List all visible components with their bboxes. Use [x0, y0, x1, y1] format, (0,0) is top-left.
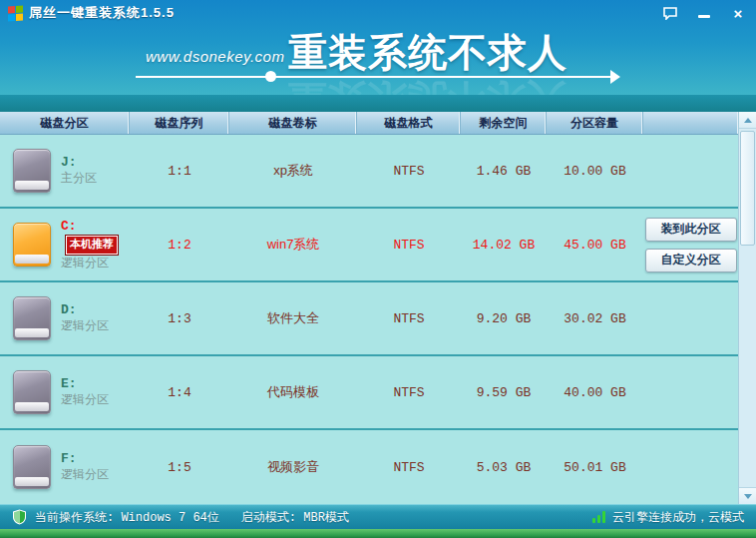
custom-partition-button[interactable]: 自定义分区 [645, 249, 737, 272]
header-banner: 屌丝一键重装系统1.5.5 × www.dsonekey.com 重装系统不求人… [0, 0, 756, 95]
header-disk-label: 磁盘卷标 [229, 112, 357, 134]
header-disk-partition: 磁盘分区 [0, 112, 130, 134]
table-row-c[interactable]: C:本机推荐 逻辑分区 1:2 win7系统 NTFS 14.02 GB 45.… [0, 209, 738, 282]
table-header: 磁盘分区 磁盘序列 磁盘卷标 磁盘格式 剩余空间 分区容量 [0, 112, 738, 135]
capacity: 30.02 GB [547, 311, 643, 326]
status-bar: 当前操作系统: Windows 7 64位 启动模式: MBR模式 云引擎连接成… [0, 504, 756, 529]
drive-letter: J: [61, 155, 97, 171]
free-space: 1.46 GB [461, 164, 547, 179]
volume-label: win7系统 [229, 236, 357, 254]
disk-format: NTFS [357, 311, 461, 326]
partition-table: J: 主分区 1:1 xp系统 NTFS 1.46 GB 10.00 GB C:… [0, 135, 738, 504]
divider-strip [0, 95, 756, 112]
partition-type: 逻辑分区 [61, 467, 109, 483]
banner-dot [265, 71, 276, 82]
recommended-badge: 本机推荐 [65, 235, 119, 256]
disk-format: NTFS [357, 460, 461, 475]
volume-label: 软件大全 [229, 309, 357, 327]
free-space: 9.20 GB [461, 311, 547, 326]
disk-serial: 1:4 [130, 385, 229, 400]
disk-icon [13, 445, 51, 489]
disk-serial: 1:5 [130, 460, 229, 475]
header-free-space: 剩余空间 [461, 112, 547, 134]
app-window: 屌丝一键重装系统1.5.5 × www.dsonekey.com 重装系统不求人… [0, 0, 756, 538]
capacity: 50.01 GB [547, 460, 643, 475]
partition-type: 主分区 [61, 171, 97, 187]
drive-letter: D: [61, 302, 109, 318]
disk-icon [13, 149, 51, 193]
free-space: 14.02 GB [461, 238, 547, 253]
bottom-green-strip [0, 529, 756, 538]
disk-serial: 1:3 [130, 311, 229, 326]
volume-label: xp系统 [229, 162, 357, 180]
window-title: 屌丝一键重装系统1.5.5 [29, 4, 175, 22]
scrollbar-thumb[interactable] [740, 131, 755, 246]
volume-label: 视频影音 [229, 458, 357, 476]
header-actions-empty [643, 112, 738, 134]
table-row-f[interactable]: F: 逻辑分区 1:5 视频影音 NTFS 5.03 GB 50.01 GB [0, 430, 738, 504]
disk-icon [13, 296, 51, 340]
disk-serial: 1:2 [130, 238, 229, 253]
capacity: 10.00 GB [547, 164, 643, 179]
site-url: www.dsonekey.com [146, 48, 284, 65]
disk-serial: 1:1 [130, 164, 229, 179]
header-capacity: 分区容量 [547, 112, 643, 134]
table-row-e[interactable]: E: 逻辑分区 1:4 代码模板 NTFS 9.59 GB 40.00 GB [0, 356, 738, 430]
install-to-partition-button[interactable]: 装到此分区 [645, 218, 737, 242]
table-row-j[interactable]: J: 主分区 1:1 xp系统 NTFS 1.46 GB 10.00 GB [0, 135, 738, 209]
header-disk-serial: 磁盘序列 [130, 112, 229, 134]
disk-icon [13, 223, 51, 267]
boot-mode-label: 启动模式: MBR模式 [241, 509, 349, 526]
capacity: 45.00 GB [547, 238, 643, 253]
shield-icon [12, 509, 27, 525]
current-os-label: 当前操作系统: Windows 7 64位 [35, 509, 219, 526]
disk-format: NTFS [357, 164, 461, 179]
close-button[interactable]: × [728, 4, 748, 22]
table-row-d[interactable]: D: 逻辑分区 1:3 软件大全 NTFS 9.20 GB 30.02 GB [0, 282, 738, 356]
scroll-up-arrow-icon[interactable] [739, 112, 756, 129]
banner-arrow-icon [610, 70, 620, 84]
partition-type: 逻辑分区 [61, 256, 130, 271]
drive-letter: E: [61, 376, 109, 392]
titlebar: 屌丝一键重装系统1.5.5 × [0, 0, 756, 26]
disk-format: NTFS [357, 385, 461, 400]
minimize-button[interactable] [694, 4, 714, 22]
free-space: 9.59 GB [461, 385, 547, 400]
signal-bars-icon [592, 511, 605, 523]
free-space: 5.03 GB [461, 460, 547, 475]
app-logo-icon [8, 5, 23, 21]
drive-letter: C: [61, 219, 77, 234]
partition-type: 逻辑分区 [61, 392, 109, 408]
cloud-status-label: 云引擎连接成功，云模式 [612, 509, 744, 526]
drive-letter: F: [61, 451, 109, 467]
feedback-bubble-icon[interactable] [660, 4, 680, 22]
partition-type: 逻辑分区 [61, 318, 109, 334]
disk-format: NTFS [357, 238, 461, 253]
scroll-down-arrow-icon[interactable] [739, 487, 756, 504]
disk-icon [13, 370, 51, 414]
header-disk-format: 磁盘格式 [357, 112, 461, 134]
capacity: 40.00 GB [547, 385, 643, 400]
volume-label: 代码模板 [229, 383, 357, 401]
vertical-scrollbar[interactable] [738, 112, 756, 504]
